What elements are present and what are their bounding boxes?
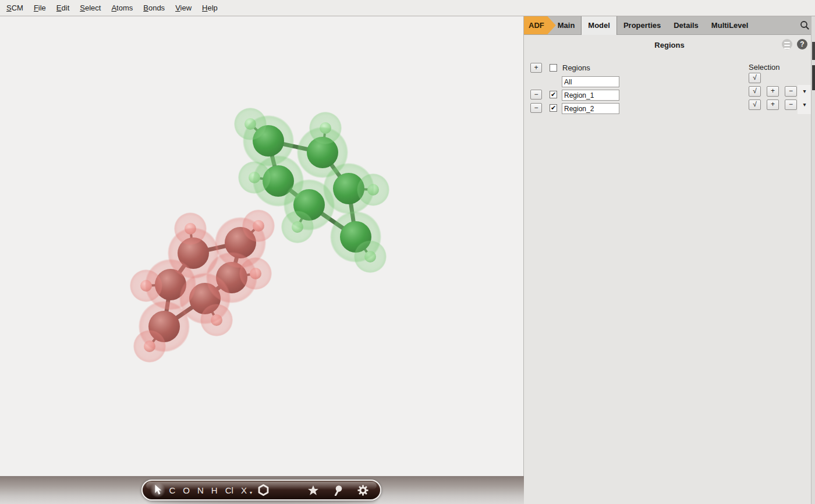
edge-scroll-thumb[interactable] (812, 42, 815, 60)
region1-remove-selection-button[interactable]: − (785, 86, 797, 97)
pointer-tool-icon[interactable] (150, 482, 165, 498)
region2-add-selection-button[interactable]: + (767, 100, 779, 110)
regions-group-label: Regions (562, 63, 590, 72)
element-x-dropdown-icon[interactable]: ▾ (250, 490, 252, 495)
select-all-button[interactable]: √ (749, 73, 761, 83)
menu-atoms[interactable]: Atoms (109, 2, 134, 13)
region1-name-input[interactable] (562, 90, 619, 101)
menu-view[interactable]: View (173, 2, 193, 13)
menu-help[interactable]: Help (200, 2, 219, 13)
help-icon[interactable]: ? (797, 39, 807, 49)
ring-structure-icon[interactable] (257, 484, 270, 496)
menu-bar: SCM File Edit Select Atoms Bonds View He… (0, 0, 815, 16)
element-carbon-button[interactable]: C (169, 485, 176, 495)
tab-details[interactable]: Details (667, 16, 705, 34)
selection-label: Selection (749, 63, 779, 72)
adfinput-window: { "menu_bar": { "items": [ {"label": "SC… (0, 0, 815, 504)
structure-tool-star-icon[interactable] (307, 485, 319, 496)
menu-edit[interactable]: Edit (55, 2, 71, 13)
all-regions-field[interactable] (562, 76, 619, 87)
menu-select[interactable]: Select (78, 2, 102, 13)
add-region-button[interactable]: + (530, 63, 542, 73)
settings-gear-icon[interactable] (357, 484, 369, 496)
remove-region1-button[interactable]: − (530, 90, 542, 100)
molecule-canvas[interactable] (0, 16, 524, 476)
menu-scm[interactable]: SCM (5, 2, 25, 13)
element-hydrogen-button[interactable]: H (211, 485, 218, 495)
remove-region2-button[interactable]: − (530, 103, 542, 113)
edge-scroll-thumb[interactable] (812, 65, 815, 90)
pointer-balloon-icon[interactable] (334, 485, 342, 496)
element-x-button[interactable]: X▾ (241, 485, 247, 495)
region1-add-selection-button[interactable]: + (767, 86, 779, 97)
menu-file[interactable]: File (32, 2, 48, 13)
side-panel: ADF Main Model Properties Details MultiL… (524, 16, 815, 504)
region1-visibility-checkbox[interactable]: ✔ (550, 91, 557, 98)
menu-bonds[interactable]: Bonds (141, 2, 166, 13)
region2-options-dropdown-icon[interactable]: ▾ (800, 101, 809, 108)
bottom-gradient-bar: C O N H Cl X▾ (0, 476, 524, 504)
molecule-viewport[interactable] (0, 16, 524, 476)
element-chlorine-button[interactable]: Cl (225, 485, 233, 495)
element-oxygen-button[interactable]: O (183, 485, 190, 495)
element-dock: C O N H Cl X▾ (141, 480, 381, 501)
region2-select-button[interactable]: √ (749, 100, 761, 110)
panel-title: Regions (524, 41, 815, 49)
region2-remove-selection-button[interactable]: − (785, 100, 797, 110)
tab-multilevel[interactable]: MultiLevel (705, 16, 755, 34)
region1-select-button[interactable]: √ (749, 86, 761, 97)
element-nitrogen-button[interactable]: N (197, 485, 204, 495)
regions-visibility-checkbox[interactable]: ✔ (550, 64, 557, 72)
region-1-molecule[interactable] (130, 210, 275, 363)
region1-options-dropdown-icon[interactable]: ▾ (800, 88, 809, 94)
region2-visibility-checkbox[interactable]: ✔ (550, 104, 557, 112)
panel-tab-bar: ADF Main Model Properties Details MultiL… (524, 16, 815, 35)
tab-properties[interactable]: Properties (617, 16, 667, 34)
panel-menu-icon[interactable] (782, 39, 792, 49)
window-edge-strip (811, 16, 815, 504)
tab-model[interactable]: Model (581, 16, 617, 35)
region2-name-input[interactable] (562, 103, 619, 114)
